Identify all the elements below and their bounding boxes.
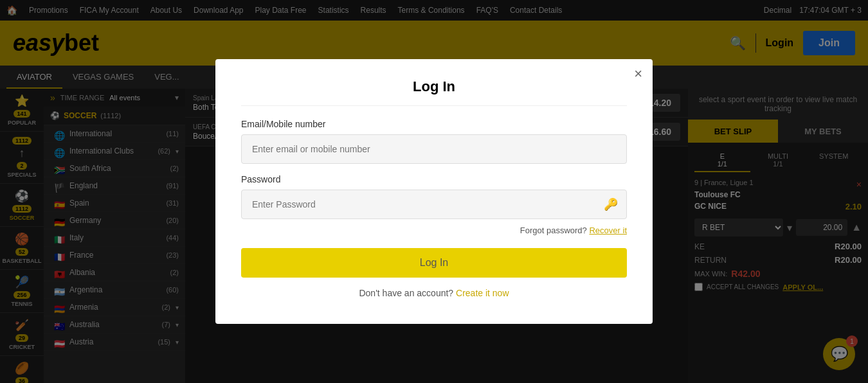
password-label: Password <box>241 174 627 184</box>
modal-title: Log In <box>241 78 627 106</box>
password-input[interactable] <box>241 190 627 219</box>
forgot-text: Forgot password? <box>520 226 587 235</box>
password-toggle-icon[interactable]: 🔑 <box>604 197 618 211</box>
no-account-text: Don't have an account? <box>359 288 453 298</box>
login-modal: × Log In Email/Mobile number Password 🔑 … <box>215 59 653 324</box>
no-account-row: Don't have an account? Create it now <box>241 288 627 298</box>
password-wrapper: 🔑 <box>241 190 627 219</box>
email-input[interactable] <box>241 134 627 164</box>
modal-close-button[interactable]: × <box>634 67 642 81</box>
forgot-row: Forgot password? Recover it <box>241 226 627 235</box>
recover-link[interactable]: Recover it <box>589 226 627 235</box>
login-submit-button[interactable]: Log In <box>241 248 627 278</box>
modal-overlay: × Log In Email/Mobile number Password 🔑 … <box>0 0 868 383</box>
create-account-link[interactable]: Create it now <box>456 288 509 298</box>
email-label: Email/Mobile number <box>241 119 627 129</box>
